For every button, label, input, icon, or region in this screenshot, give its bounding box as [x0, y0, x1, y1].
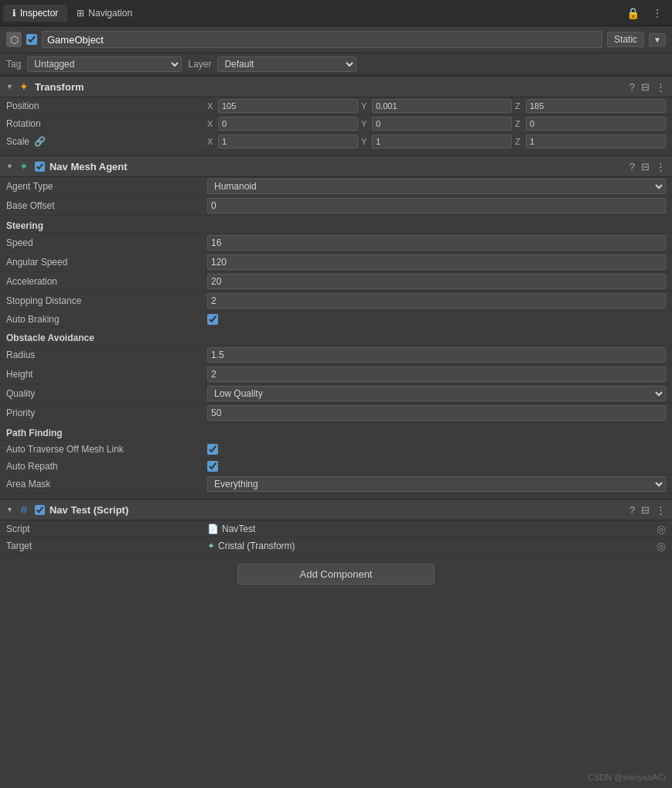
radius-input[interactable] [207, 347, 666, 363]
tag-label: Tag [6, 59, 21, 70]
rotation-x-input[interactable] [218, 117, 358, 131]
target-ref-target-btn[interactable]: ◎ [657, 540, 666, 552]
navmesh-title: Nav Mesh Agent [49, 161, 625, 172]
speed-label: Speed [6, 237, 207, 248]
transform-properties: Position X Y Z Rotation X Y [0, 97, 672, 151]
auto-braking-label: Auto Braking [6, 314, 207, 325]
layer-select[interactable]: Default [217, 56, 356, 72]
gameobject-active-checkbox[interactable] [26, 34, 37, 45]
tab-navigation-label: Navigation [88, 8, 132, 19]
script-ref-target-btn[interactable]: ◎ [657, 523, 666, 535]
rotation-y-axis: Y [361, 119, 370, 128]
auto-repath-row: Auto Repath [0, 458, 672, 475]
area-mask-select[interactable]: Everything [207, 476, 666, 492]
navmesh-properties: Agent Type Humanoid Base Offset Steering… [0, 177, 672, 494]
position-z-input[interactable] [526, 99, 666, 113]
target-icon: ✦ [207, 541, 215, 551]
nav-test-section-header: ▼ # Nav Test (Script) ? ⊟ ⋮ [0, 499, 672, 520]
agent-type-select[interactable]: Humanoid [207, 179, 666, 194]
position-x-axis: X [207, 101, 217, 111]
add-component-button[interactable]: Add Component [237, 564, 435, 585]
scale-lock-icon[interactable]: 🔗 [34, 136, 46, 147]
position-x-input[interactable] [218, 99, 358, 113]
base-offset-input[interactable] [207, 198, 666, 213]
height-label: Height [6, 369, 207, 380]
rotation-row: Rotation X Y Z [0, 115, 672, 133]
transform-section-header: ▼ ✦ Transform ? ⊟ ⋮ [0, 76, 672, 97]
nav-test-title: Nav Test (Script) [49, 504, 625, 516]
tab-navigation[interactable]: ⊞ Navigation [67, 5, 142, 22]
lock-icon[interactable]: 🔒 [623, 5, 643, 21]
transform-help-icon[interactable]: ? [629, 81, 635, 93]
scale-y-input[interactable] [372, 135, 512, 148]
nav-test-settings-icon[interactable]: ⊟ [641, 504, 650, 516]
priority-input[interactable] [207, 405, 666, 421]
auto-repath-checkbox[interactable] [207, 461, 218, 472]
watermark: CSDN @xiaoyaoACi [588, 773, 666, 782]
add-component-bar: Add Component [0, 554, 672, 594]
rotation-y-input[interactable] [372, 117, 512, 131]
navmesh-settings-icon[interactable]: ⊟ [641, 161, 650, 172]
rotation-x-axis: X [207, 119, 217, 128]
navigation-icon: ⊞ [77, 8, 84, 19]
obstacle-section-label: Obstacle Avoidance [0, 328, 672, 346]
auto-traverse-label: Auto Traverse Off Mesh Link [6, 444, 207, 455]
base-offset-label: Base Offset [6, 200, 207, 211]
agent-type-label: Agent Type [6, 181, 207, 192]
transform-settings-icon[interactable]: ⊟ [641, 81, 650, 93]
scale-z-input[interactable] [526, 135, 666, 148]
navmesh-help-icon[interactable]: ? [629, 161, 635, 172]
angular-speed-input[interactable] [207, 254, 666, 270]
speed-input[interactable] [207, 235, 666, 251]
nav-test-more-icon[interactable]: ⋮ [656, 504, 666, 516]
script-ref: 📄 NavTest ◎ [207, 523, 666, 535]
scale-x-input[interactable] [218, 135, 358, 148]
quality-select[interactable]: Low Quality Medium Quality High Quality [207, 386, 666, 401]
transform-icon: ✦ [18, 80, 30, 93]
auto-traverse-checkbox[interactable] [207, 444, 218, 455]
transform-more-icon[interactable]: ⋮ [656, 81, 666, 93]
angular-speed-label: Angular Speed [6, 257, 207, 268]
more-menu-icon[interactable]: ⋮ [649, 5, 666, 21]
priority-label: Priority [6, 408, 207, 418]
navmesh-enabled-checkbox[interactable] [35, 162, 45, 172]
script-label: Script [6, 524, 207, 534]
gameobject-header: ⬡ Static ▼ [0, 26, 672, 53]
acceleration-row: Acceleration [0, 272, 672, 292]
navmesh-collapse-arrow[interactable]: ▼ [6, 162, 13, 170]
static-dropdown-arrow[interactable]: ▼ [649, 33, 666, 46]
acceleration-input[interactable] [207, 274, 666, 289]
tag-select[interactable]: Untagged [27, 56, 182, 72]
height-input[interactable] [207, 367, 666, 382]
target-label: Target [6, 541, 207, 551]
position-z-axis: Z [515, 101, 524, 111]
quality-row: Quality Low Quality Medium Quality High … [0, 384, 672, 404]
auto-repath-label: Auto Repath [6, 461, 207, 472]
scale-z-axis: Z [515, 137, 524, 146]
base-offset-row: Base Offset [0, 196, 672, 216]
navmesh-section-header: ▼ ✦ Nav Mesh Agent ? ⊟ ⋮ [0, 155, 672, 177]
nav-test-collapse-arrow[interactable]: ▼ [6, 506, 13, 513]
nav-test-enabled-checkbox[interactable] [35, 505, 45, 515]
navmesh-more-icon[interactable]: ⋮ [656, 161, 666, 172]
scale-y-axis: Y [361, 137, 370, 146]
tab-inspector[interactable]: ℹ Inspector [3, 5, 67, 22]
quality-label: Quality [6, 388, 207, 399]
transform-collapse-arrow[interactable]: ▼ [6, 83, 13, 90]
transform-title: Transform [35, 81, 625, 93]
gameobject-name-input[interactable] [42, 31, 602, 48]
position-y-input[interactable] [372, 99, 512, 113]
tab-bar: ℹ Inspector ⊞ Navigation 🔒 ⋮ [0, 0, 672, 26]
acceleration-label: Acceleration [6, 276, 207, 287]
nav-test-help-icon[interactable]: ? [629, 504, 635, 516]
rotation-z-input[interactable] [526, 117, 666, 131]
auto-braking-checkbox[interactable] [207, 314, 218, 325]
radius-row: Radius [0, 346, 672, 365]
steering-section-label: Steering [0, 216, 672, 234]
gameobject-icon: ⬡ [6, 32, 22, 47]
layer-label: Layer [188, 59, 211, 70]
stopping-distance-input[interactable] [207, 293, 666, 309]
scale-x-axis: X [207, 137, 217, 146]
static-button[interactable]: Static [607, 32, 644, 47]
script-file-icon: 📄 [207, 524, 219, 534]
